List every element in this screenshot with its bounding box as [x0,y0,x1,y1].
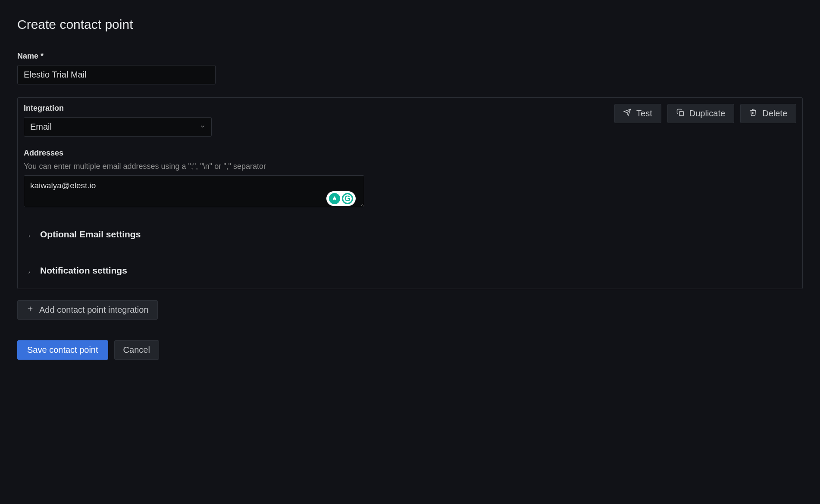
integration-action-row: Test Duplicate Delete [614,104,796,123]
svg-rect-0 [679,112,684,116]
duplicate-button[interactable]: Duplicate [667,104,734,123]
add-integration-button[interactable]: Add contact point integration [17,300,158,320]
cancel-button[interactable]: Cancel [114,340,159,360]
page-title: Create contact point [17,17,803,32]
save-button[interactable]: Save contact point [17,340,108,360]
trash-icon [749,109,757,118]
addresses-hint: You can enter multiple email addresses u… [24,162,796,171]
footer-actions: Save contact point Cancel [17,340,803,360]
notification-settings-toggle[interactable]: Notification settings [24,265,796,276]
optional-email-settings-label: Optional Email settings [40,229,141,240]
optional-email-settings-toggle[interactable]: Optional Email settings [24,229,796,240]
delete-button-label: Delete [762,109,787,118]
test-button[interactable]: Test [614,104,661,123]
addresses-field: Addresses You can enter multiple email a… [24,149,796,209]
grammarly-tone-icon [329,193,340,204]
delete-button[interactable]: Delete [740,104,796,123]
test-button-label: Test [636,109,652,118]
name-label: Name * [17,52,803,61]
addresses-label: Addresses [24,149,796,158]
notification-settings-label: Notification settings [40,265,127,276]
addresses-textarea[interactable]: kaiwalya@elest.io [24,175,364,207]
grammarly-badge[interactable]: G [326,191,356,206]
duplicate-button-label: Duplicate [689,109,725,118]
copy-icon [676,109,684,118]
name-field: Name * [17,52,803,84]
chevron-right-icon [27,232,31,236]
integration-panel: Integration Email Test Duplicate [17,97,803,289]
name-input[interactable] [17,65,216,84]
plus-icon [26,305,34,315]
grammarly-g-icon: G [342,193,353,204]
send-icon [623,109,631,118]
integration-select[interactable]: Email [24,117,212,137]
integration-label: Integration [24,104,614,113]
chevron-right-icon [27,268,31,273]
add-integration-label: Add contact point integration [39,305,149,315]
